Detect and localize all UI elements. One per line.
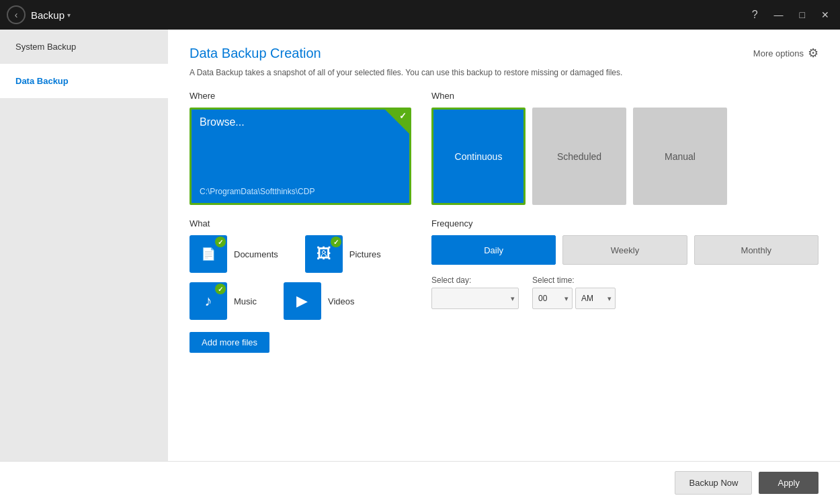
file-type-music[interactable]: ♪ ✓ Music — [190, 282, 257, 320]
what-frequency-row: What 📄 ✓ Documents — [190, 218, 818, 366]
window-controls: ? — □ ✕ — [748, 7, 833, 22]
music-check: ✓ — [215, 284, 226, 294]
sidebar: System Backup Data Backup — [0, 30, 168, 461]
when-label-continuous: Continuous — [455, 151, 503, 162]
file-type-videos[interactable]: ▶ Videos — [284, 282, 355, 320]
file-types-list-2: ♪ ✓ Music ▶ Videos — [190, 282, 418, 329]
frequency-section: Frequency Daily Weekly Monthly — [431, 218, 818, 355]
browse-label: Browse... — [200, 116, 401, 128]
file-type-pictures[interactable]: 🖼 ✓ Pictures — [305, 235, 381, 273]
gear-icon: ⚙ — [808, 46, 818, 60]
when-label-manual: Manual — [665, 151, 696, 162]
documents-icon: 📄 ✓ — [190, 235, 227, 273]
documents-label: Documents — [234, 249, 278, 259]
when-card-manual[interactable]: Manual — [633, 108, 727, 205]
apply-button[interactable]: Apply — [759, 472, 818, 494]
backup-now-button[interactable]: Backup Now — [675, 471, 752, 495]
when-cards: Continuous Scheduled Manual — [431, 108, 818, 205]
add-more-files-button[interactable]: Add more files — [190, 332, 269, 353]
sidebar-item-data-backup[interactable]: Data Backup — [0, 64, 168, 98]
file-type-documents[interactable]: 📄 ✓ Documents — [190, 235, 278, 273]
freq-label-daily: Daily — [484, 245, 503, 255]
select-day-group: Select day: Monday Tuesday Wednesday Thu… — [431, 276, 519, 309]
pictures-check: ✓ — [331, 237, 341, 247]
where-section: Where Browse... C:\ProgramData\Softthink… — [190, 91, 418, 205]
doc-shape: 📄 — [201, 247, 216, 261]
description-text: A Data Backup takes a snapshot of all of… — [190, 67, 818, 79]
frequency-label: Frequency — [431, 218, 818, 228]
select-row: Select day: Monday Tuesday Wednesday Thu… — [431, 276, 818, 309]
music-icon: ♪ ✓ — [190, 282, 227, 320]
video-shape: ▶ — [296, 292, 308, 310]
selected-checkmark — [385, 110, 409, 134]
app-title: Backup — [31, 9, 65, 21]
back-icon: ‹ — [15, 9, 18, 20]
select-day-input[interactable]: Monday Tuesday Wednesday Thursday Friday… — [431, 288, 519, 309]
file-types-list: 📄 ✓ Documents 🖼 ✓ Pictures — [190, 235, 418, 282]
select-ampm-wrapper: AM PM — [575, 288, 616, 309]
what-label: What — [190, 218, 418, 228]
freq-label-weekly: Weekly — [611, 245, 639, 255]
freq-card-daily[interactable]: Daily — [431, 235, 556, 265]
freq-label-monthly: Monthly — [741, 245, 772, 255]
select-hour-wrapper: 00 01 02 03 04 05 06 07 08 — [532, 288, 573, 309]
freq-card-monthly[interactable]: Monthly — [694, 235, 818, 265]
select-day-label: Select day: — [431, 276, 519, 285]
videos-label: Videos — [328, 296, 355, 306]
freq-card-weekly[interactable]: Weekly — [562, 235, 687, 265]
back-button[interactable]: ‹ — [7, 5, 26, 24]
content-header: Data Backup Creation More options ⚙ — [190, 46, 818, 61]
more-options-button[interactable]: More options ⚙ — [753, 46, 818, 60]
when-card-continuous[interactable]: Continuous — [431, 108, 526, 205]
app-body: System Backup Data Backup Data Backup Cr… — [0, 30, 840, 461]
when-card-scheduled[interactable]: Scheduled — [532, 108, 626, 205]
page-title: Data Backup Creation — [190, 46, 321, 61]
select-time-label: Select time: — [532, 276, 616, 285]
where-when-row: Where Browse... C:\ProgramData\Softthink… — [190, 91, 818, 205]
sidebar-label-data-backup: Data Backup — [15, 76, 69, 86]
main-area: System Backup Data Backup Data Backup Cr… — [0, 30, 840, 504]
content-area: Data Backup Creation More options ⚙ A Da… — [168, 30, 840, 461]
pictures-label: Pictures — [349, 249, 381, 259]
select-time-group: Select time: 00 01 02 03 04 0 — [532, 276, 616, 309]
sidebar-label-system-backup: System Backup — [15, 42, 76, 52]
documents-check: ✓ — [215, 237, 226, 247]
music-label: Music — [234, 296, 257, 306]
what-section: What 📄 ✓ Documents — [190, 218, 418, 353]
when-section: When Continuous Scheduled Manual — [431, 91, 818, 205]
help-button[interactable]: ? — [748, 7, 762, 22]
maximize-button[interactable]: □ — [796, 8, 809, 22]
browse-card[interactable]: Browse... C:\ProgramData\Softthinks\CDP — [190, 108, 411, 205]
select-ampm-input[interactable]: AM PM — [575, 288, 616, 309]
minimize-button[interactable]: — — [770, 8, 788, 22]
close-button[interactable]: ✕ — [817, 8, 833, 22]
more-options-label: More options — [753, 48, 804, 58]
titlebar: ‹ Backup ▾ ? — □ ✕ — [0, 0, 840, 30]
select-day-wrapper: Monday Tuesday Wednesday Thursday Friday… — [431, 288, 519, 309]
frequency-cards: Daily Weekly Monthly — [431, 235, 818, 265]
when-label: When — [431, 91, 818, 101]
select-hour-input[interactable]: 00 01 02 03 04 05 06 07 08 — [532, 288, 573, 309]
browse-path: C:\ProgramData\Softthinks\CDP — [200, 187, 401, 196]
title-dropdown-icon[interactable]: ▾ — [67, 11, 71, 19]
where-label: Where — [190, 91, 418, 101]
music-shape: ♪ — [205, 292, 212, 310]
time-row: 00 01 02 03 04 05 06 07 08 — [532, 288, 616, 309]
pic-shape: 🖼 — [317, 245, 331, 263]
bottom-bar: Backup Now Apply — [0, 461, 840, 504]
videos-icon: ▶ — [284, 282, 321, 320]
sidebar-item-system-backup[interactable]: System Backup — [0, 30, 168, 64]
pictures-icon: 🖼 ✓ — [305, 235, 343, 273]
when-label-scheduled: Scheduled — [557, 151, 601, 162]
